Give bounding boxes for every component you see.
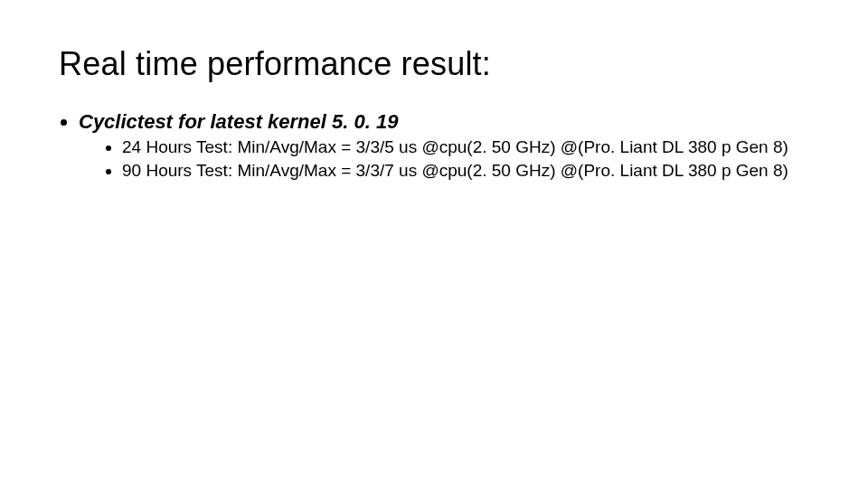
list-item: 24 Hours Test: Min/Avg/Max = 3/3/5 us @c… (122, 136, 809, 158)
slide: Real time performance result: Cyclictest… (0, 0, 868, 488)
page-title: Real time performance result: (59, 45, 809, 83)
bullet-list-level1: Cyclictest for latest kernel 5. 0. 19 24… (59, 110, 809, 182)
list-item: 90 Hours Test: Min/Avg/Max = 3/3/7 us @c… (122, 160, 809, 182)
section-heading: Cyclictest for latest kernel 5. 0. 19 24… (79, 110, 809, 182)
bullet-list-level2: 24 Hours Test: Min/Avg/Max = 3/3/5 us @c… (79, 134, 809, 182)
section-heading-text: Cyclictest for latest kernel 5. 0. 19 (79, 110, 398, 133)
